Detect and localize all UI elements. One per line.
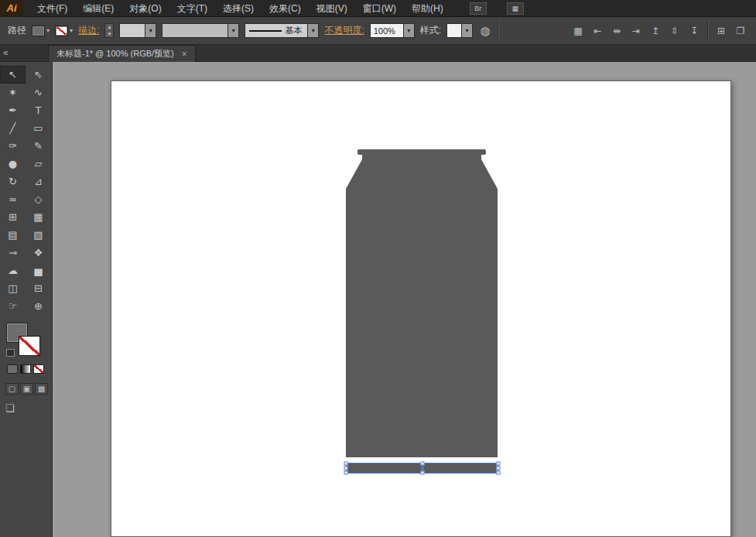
close-icon[interactable]: × — [182, 49, 187, 60]
menubar-item[interactable]: 视图(V) — [309, 0, 355, 17]
hand-tool[interactable]: ☞ — [0, 297, 26, 315]
perspective-grid-tool[interactable]: ▦ — [26, 208, 51, 226]
gradient-mode-button[interactable] — [20, 364, 31, 374]
default-fill-stroke-icon[interactable] — [6, 349, 15, 357]
transform-panel-icon[interactable]: ⊞ — [713, 24, 729, 38]
selection-handle-w[interactable] — [344, 467, 348, 470]
gradient-tool[interactable]: ▧ — [26, 226, 51, 244]
controlbar-right-icons: ⊞ ❐ — [713, 24, 748, 38]
chevron-down-icon[interactable]: ▾ — [461, 24, 472, 37]
workspace: ↖ ⇖ ✶ ∿ ✒ — [0, 62, 756, 537]
eraser-tool[interactable]: ▱ — [26, 155, 51, 173]
paintbrush-tool[interactable]: ✑ — [0, 137, 26, 155]
align-horizontal-right-icon[interactable]: ⇥ — [628, 24, 644, 38]
selection-handle-s[interactable] — [420, 471, 424, 475]
menubar-item[interactable]: 文件(F) — [29, 0, 75, 17]
mesh-tool[interactable]: ▤ — [0, 226, 26, 244]
brush-definition-combo[interactable]: 基本 ▾ — [245, 23, 319, 38]
type-tool[interactable]: T — [26, 101, 51, 119]
lasso-tool[interactable]: ∿ — [26, 84, 51, 101]
can-shape[interactable] — [346, 149, 498, 457]
align-options-icon[interactable]: ▦ — [570, 24, 586, 38]
stepper-up-icon[interactable]: ▲ — [105, 24, 113, 31]
draw-inside-mode-button[interactable]: ▩ — [35, 383, 48, 395]
stroke-color-dropdown[interactable]: ▾ — [55, 26, 73, 36]
tab-bar: « 未标题-1* @ 100% (RGB/预览) × — [0, 45, 756, 62]
selection-handle-se[interactable] — [497, 471, 501, 475]
stroke-weight-combo[interactable]: ▾ — [119, 23, 156, 38]
free-transform-tool[interactable]: ◇ — [26, 190, 51, 208]
collapse-panel-icon[interactable]: « — [3, 47, 9, 58]
menubar-item[interactable]: 效果(C) — [262, 0, 309, 17]
menubar-item[interactable]: 帮助(H) — [404, 0, 451, 17]
align-horizontal-center-icon[interactable]: ⇹ — [609, 24, 624, 38]
draw-behind-mode-button[interactable]: ▣ — [20, 383, 33, 395]
recolor-artwork-icon[interactable]: ◍ — [478, 24, 492, 38]
width-tool[interactable]: ≈ — [0, 190, 26, 208]
shape-builder-tool[interactable]: ⊞ — [0, 208, 26, 226]
opacity-combo[interactable]: 100% ▾ — [370, 23, 415, 38]
menu-bar: Ai 文件(F) 编辑(E) 对象(O) 文字(T) 选择(S) 效果(C) 视… — [0, 0, 756, 17]
pencil-tool[interactable]: ✎ — [26, 137, 51, 155]
document-tab[interactable]: 未标题-1* @ 100% (RGB/预览) × — [48, 45, 196, 62]
bridge-icon[interactable]: Br — [470, 2, 487, 15]
align-horizontal-left-icon[interactable]: ⇤ — [590, 24, 605, 38]
arrange-documents-icon[interactable]: ▦ — [507, 2, 524, 15]
direct-selection-tool[interactable]: ⇖ — [26, 66, 51, 84]
rotate-tool[interactable]: ↻ — [0, 173, 26, 190]
chevron-down-icon[interactable]: ▾ — [145, 24, 156, 37]
separator — [707, 21, 708, 41]
stroke-panel-link[interactable]: 描边: — [78, 24, 99, 37]
selection-tool[interactable]: ↖ — [0, 66, 26, 84]
draw-normal-mode-button[interactable]: ▢ — [5, 383, 19, 395]
stepper-down-icon[interactable]: ▼ — [105, 31, 113, 38]
blend-tool[interactable]: ❖ — [26, 244, 51, 262]
menubar-item[interactable]: 文字(T) — [169, 0, 215, 17]
symbol-sprayer-tool[interactable]: ☁ — [0, 262, 26, 279]
slice-tool[interactable]: ⊟ — [26, 279, 51, 297]
color-mode-button[interactable] — [7, 364, 18, 374]
menubar-item[interactable]: 编辑(E) — [75, 0, 121, 17]
align-vertical-top-icon[interactable]: ↥ — [648, 24, 663, 38]
arrange-icon[interactable]: ❐ — [733, 24, 748, 38]
style-label: 样式: — [420, 24, 441, 37]
zoom-tool[interactable]: ⊕ — [26, 297, 51, 315]
stroke-weight-stepper[interactable]: ▲ ▼ — [104, 23, 114, 38]
screen-mode-button[interactable]: ❏ — [5, 402, 21, 415]
artboard[interactable] — [111, 80, 731, 537]
selection-handle-n[interactable] — [420, 462, 424, 466]
menubar-item[interactable]: 对象(O) — [121, 0, 169, 17]
app-logo: Ai — [0, 0, 23, 17]
document-title: 未标题-1* @ 100% (RGB/预览) — [56, 48, 174, 60]
artboard-tool[interactable]: ◫ — [0, 279, 26, 297]
menubar-item[interactable]: 窗口(W) — [355, 0, 404, 17]
style-combo[interactable]: ▾ — [446, 23, 473, 38]
menubar-item[interactable]: 选择(S) — [215, 0, 262, 17]
center-point[interactable] — [421, 467, 424, 470]
rectangle-tool[interactable]: ▭ — [26, 119, 51, 137]
column-graph-tool[interactable]: ▅ — [26, 262, 51, 279]
align-vertical-center-icon[interactable]: ⇳ — [667, 24, 682, 38]
pen-tool[interactable]: ✒ — [0, 101, 26, 119]
chevron-down-icon[interactable]: ▾ — [307, 24, 318, 37]
can-body-shape[interactable] — [346, 155, 498, 457]
width-profile-combo[interactable]: ▾ — [162, 23, 239, 38]
stroke-color-indicator[interactable] — [19, 336, 40, 356]
align-vertical-bottom-icon[interactable]: ↧ — [686, 24, 702, 38]
opacity-panel-link[interactable]: 不透明度: — [324, 24, 364, 37]
fill-color-dropdown[interactable]: ▾ — [32, 26, 50, 36]
chevron-down-icon[interactable]: ▾ — [227, 24, 238, 37]
selected-rectangle[interactable] — [345, 463, 499, 474]
blob-brush-tool[interactable]: ● — [0, 155, 26, 173]
chevron-down-icon[interactable]: ▾ — [403, 24, 414, 37]
selection-handle-sw[interactable] — [344, 471, 348, 475]
selection-handle-ne[interactable] — [497, 462, 501, 466]
selection-handle-e[interactable] — [497, 467, 501, 470]
magic-wand-tool[interactable]: ✶ — [0, 84, 26, 101]
can-rim-shape[interactable] — [357, 149, 486, 155]
scale-tool[interactable]: ⊿ — [26, 173, 51, 190]
none-mode-button[interactable] — [33, 364, 44, 374]
selection-handle-nw[interactable] — [344, 462, 348, 466]
line-segment-tool[interactable]: ╱ — [0, 119, 26, 137]
eyedropper-tool[interactable]: ⊸ — [0, 244, 26, 262]
